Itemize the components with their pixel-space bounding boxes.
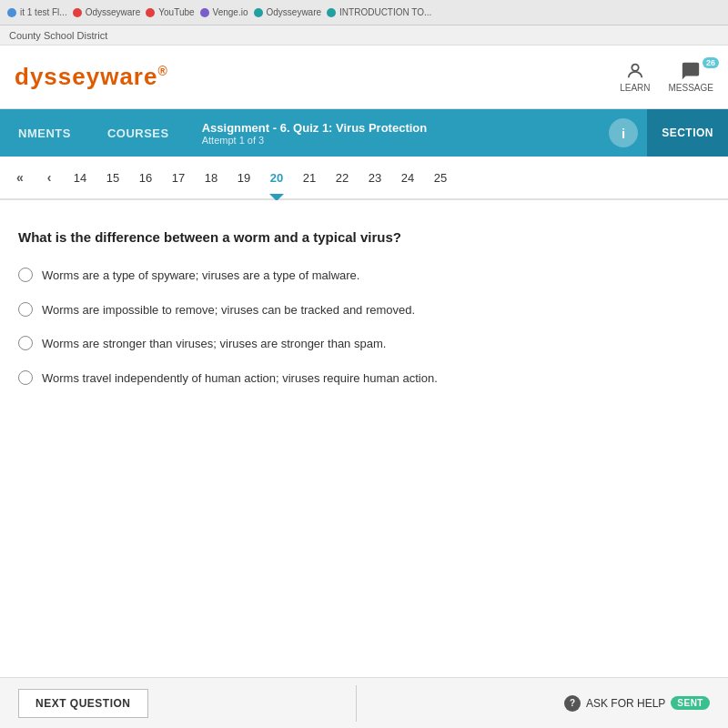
- assignment-title: Assignment - 6. Quiz 1: Virus Protection: [202, 121, 585, 135]
- help-icon: ?: [564, 695, 581, 712]
- divider: [356, 685, 357, 722]
- page-16[interactable]: 16: [131, 163, 160, 192]
- page-23[interactable]: 23: [360, 163, 389, 192]
- pagination-bar: « ‹ 14 15 16 17 18 19 20 21 22 23 24 25: [0, 157, 728, 200]
- app-container: County School District dysseyware® LEARN…: [0, 25, 728, 728]
- top-right-icons: LEARN 26 MESSAGE: [620, 61, 713, 93]
- answer-option-4[interactable]: Worms travel independently of human acti…: [18, 369, 710, 388]
- secondary-nav: NMENTS COURSES Assignment - 6. Quiz 1: V…: [0, 109, 728, 157]
- message-button[interactable]: 26 MESSAGE: [669, 61, 713, 93]
- answer-option-3[interactable]: Worms are stronger than viruses; viruses…: [18, 335, 710, 353]
- radio-4[interactable]: [18, 370, 33, 385]
- option-text-3: Worms are stronger than viruses; viruses…: [42, 335, 386, 353]
- radio-2[interactable]: [18, 302, 33, 317]
- footer: NEXT QUESTION ? ASK FOR HELP SENT: [0, 677, 728, 728]
- page-22[interactable]: 22: [328, 163, 357, 192]
- option-text-1: Worms are a type of spyware; viruses are…: [42, 267, 359, 285]
- nav-courses[interactable]: COURSES: [89, 109, 187, 157]
- prev-page-button[interactable]: ‹: [36, 165, 62, 190]
- tab-5[interactable]: Odysseyware: [254, 7, 322, 17]
- option-text-2: Worms are impossible to remove; viruses …: [42, 301, 415, 319]
- top-nav: dysseyware® LEARN 26 MESSAGE: [0, 46, 728, 109]
- browser-bar: it 1 test Fl... Odysseyware YouTube Veng…: [0, 0, 728, 25]
- next-question-button[interactable]: NEXT QUESTION: [18, 689, 148, 718]
- answer-option-2[interactable]: Worms are impossible to remove; viruses …: [18, 301, 710, 319]
- svg-point-0: [632, 65, 638, 71]
- tab-1[interactable]: it 1 test Fl...: [7, 7, 67, 17]
- assignment-info: Assignment - 6. Quiz 1: Virus Protection…: [187, 121, 600, 146]
- page-21[interactable]: 21: [295, 163, 324, 192]
- tab-6[interactable]: INTRODUCTION TO...: [327, 7, 431, 17]
- ask-for-help-button[interactable]: ? ASK FOR HELP SENT: [564, 695, 710, 712]
- app-logo: dysseyware®: [15, 63, 168, 91]
- page-20-active[interactable]: 20: [262, 163, 291, 192]
- option-text-4: Worms travel independently of human acti…: [42, 369, 438, 388]
- page-25[interactable]: 25: [426, 163, 455, 192]
- first-page-button[interactable]: «: [7, 165, 33, 190]
- page-18[interactable]: 18: [197, 163, 226, 192]
- learn-button[interactable]: LEARN: [620, 61, 650, 93]
- tab-2[interactable]: Odysseyware: [73, 7, 141, 17]
- section-button[interactable]: SECTION: [647, 109, 728, 157]
- page-15[interactable]: 15: [98, 163, 127, 192]
- answer-option-1[interactable]: Worms are a type of spyware; viruses are…: [18, 267, 710, 285]
- page-17[interactable]: 17: [164, 163, 193, 192]
- info-icon-button[interactable]: i: [609, 118, 638, 147]
- sent-badge: SENT: [671, 696, 710, 710]
- question-text: What is the difference between a worm an…: [18, 228, 710, 247]
- tab-4[interactable]: Venge.io: [200, 7, 248, 17]
- content-area: What is the difference between a worm an…: [0, 200, 728, 677]
- page-14[interactable]: 14: [66, 163, 95, 192]
- nav-assignments[interactable]: NMENTS: [0, 109, 89, 157]
- radio-3[interactable]: [18, 336, 33, 350]
- page-19[interactable]: 19: [229, 163, 258, 192]
- county-bar: County School District: [0, 25, 728, 46]
- ask-help-label: ASK FOR HELP: [586, 697, 665, 710]
- tab-3[interactable]: YouTube: [146, 7, 194, 17]
- radio-1[interactable]: [18, 268, 33, 282]
- page-24[interactable]: 24: [393, 163, 422, 192]
- assignment-attempt: Attempt 1 of 3: [202, 135, 585, 146]
